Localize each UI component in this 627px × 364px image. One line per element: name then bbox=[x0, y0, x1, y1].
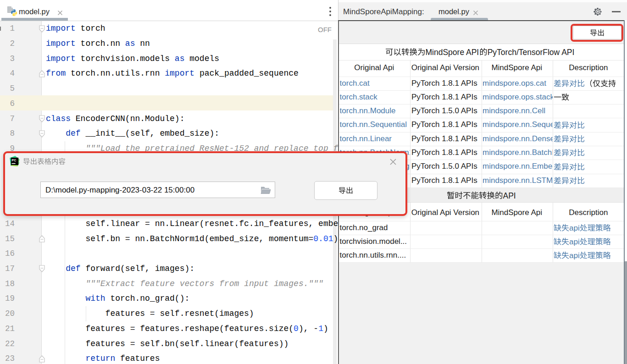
svg-text:MindSpore API: MindSpore API bbox=[426, 47, 479, 56]
svg-text:api: api bbox=[569, 237, 580, 246]
svg-text:api: api bbox=[569, 224, 580, 232]
svg-text:api: api bbox=[569, 251, 580, 260]
svg-text:API: API bbox=[503, 191, 516, 200]
svg-text:PyTorch/TensorFlow API: PyTorch/TensorFlow API bbox=[488, 47, 575, 56]
svg-text:PC: PC bbox=[12, 159, 17, 162]
